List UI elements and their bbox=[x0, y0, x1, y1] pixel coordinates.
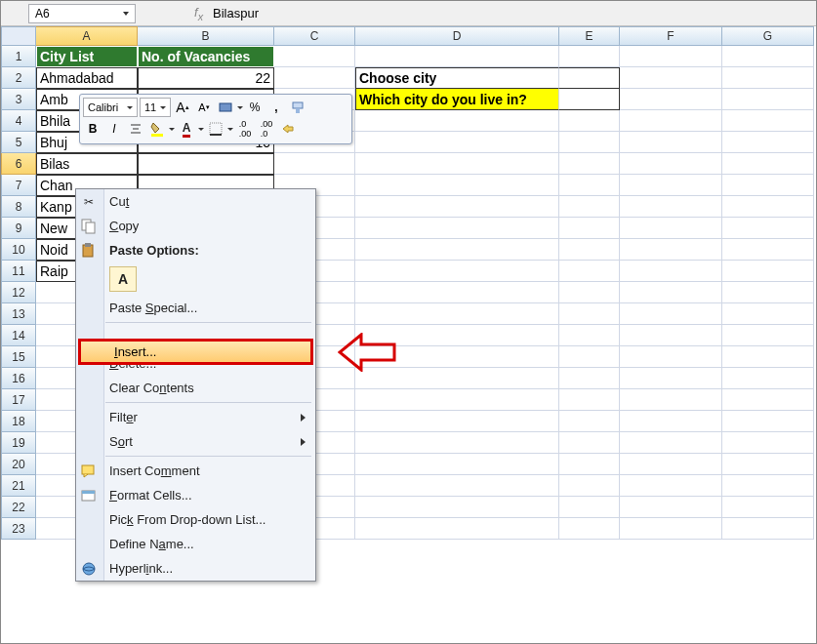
cell-F15[interactable] bbox=[620, 346, 722, 368]
menu-insert-highlighted[interactable]: Insert... bbox=[78, 339, 313, 365]
cell-E9[interactable] bbox=[559, 218, 620, 239]
menu-clear-contents[interactable]: Clear Contents bbox=[76, 376, 315, 400]
row-header-10[interactable]: 10 bbox=[1, 239, 36, 261]
cell-F13[interactable] bbox=[620, 303, 722, 325]
row-header-12[interactable]: 12 bbox=[1, 282, 36, 303]
cell-G17[interactable] bbox=[722, 389, 814, 411]
row-header-6[interactable]: 6 bbox=[1, 153, 36, 175]
chevron-down-icon[interactable] bbox=[169, 128, 175, 131]
row-header-4[interactable]: 4 bbox=[1, 110, 36, 132]
cell-F14[interactable] bbox=[620, 325, 722, 346]
cell-G22[interactable] bbox=[722, 497, 814, 518]
chevron-down-icon[interactable] bbox=[227, 128, 233, 131]
fx-icon[interactable]: fx bbox=[194, 5, 203, 22]
row-header-20[interactable]: 20 bbox=[1, 454, 36, 475]
cell-D23[interactable] bbox=[355, 518, 559, 540]
cell-E12[interactable] bbox=[559, 282, 620, 303]
cell-F23[interactable] bbox=[620, 518, 722, 540]
cell-F4[interactable] bbox=[620, 110, 722, 132]
menu-paste-special[interactable]: Paste Special... bbox=[76, 296, 315, 320]
cell-E7[interactable] bbox=[559, 175, 620, 196]
chevron-down-icon[interactable] bbox=[237, 106, 243, 109]
cell-D21[interactable] bbox=[355, 475, 559, 497]
cell-E17[interactable] bbox=[559, 389, 620, 411]
row-header-9[interactable]: 9 bbox=[1, 218, 36, 239]
cell-F5[interactable] bbox=[620, 132, 722, 153]
row-header-11[interactable]: 11 bbox=[1, 261, 36, 282]
cell-G5[interactable] bbox=[722, 132, 814, 153]
cell-E19[interactable] bbox=[559, 432, 620, 454]
cell-G6[interactable] bbox=[722, 153, 814, 175]
cell-E16[interactable] bbox=[559, 368, 620, 389]
cell-C6[interactable] bbox=[274, 153, 355, 175]
increase-decimal-icon[interactable]: .0.00 bbox=[235, 119, 255, 139]
cell-F3[interactable] bbox=[620, 89, 722, 110]
cell-E14[interactable] bbox=[559, 325, 620, 346]
cell-G12[interactable] bbox=[722, 282, 814, 303]
mini-font-name[interactable]: Calibri bbox=[83, 98, 138, 117]
percent-icon[interactable]: % bbox=[245, 98, 265, 117]
cell-F22[interactable] bbox=[620, 497, 722, 518]
chevron-down-icon[interactable] bbox=[198, 128, 204, 131]
cell-F19[interactable] bbox=[620, 432, 722, 454]
cell-C1[interactable] bbox=[274, 46, 355, 67]
cell-E20[interactable] bbox=[559, 454, 620, 475]
cell-E4[interactable] bbox=[559, 110, 620, 132]
cell-G3[interactable] bbox=[722, 89, 814, 110]
cell-D11[interactable] bbox=[355, 261, 559, 282]
borders-icon[interactable] bbox=[206, 119, 225, 139]
cell-A6[interactable]: Bilas bbox=[36, 153, 138, 175]
cell-F12[interactable] bbox=[620, 282, 722, 303]
cell-B1[interactable]: No. of Vacancies bbox=[138, 46, 274, 67]
col-header-G[interactable]: G bbox=[722, 26, 814, 46]
cell-G11[interactable] bbox=[722, 261, 814, 282]
cell-E21[interactable] bbox=[559, 475, 620, 497]
cell-G4[interactable] bbox=[722, 110, 814, 132]
cell-G8[interactable] bbox=[722, 196, 814, 218]
row-header-17[interactable]: 17 bbox=[1, 389, 36, 411]
cell-G10[interactable] bbox=[722, 239, 814, 261]
row-header-2[interactable]: 2 bbox=[1, 67, 36, 89]
fill-color-icon[interactable] bbox=[147, 119, 167, 139]
cell-F21[interactable] bbox=[620, 475, 722, 497]
col-header-A[interactable]: A bbox=[36, 26, 138, 46]
cell-C2[interactable] bbox=[274, 67, 355, 89]
cell-E2[interactable] bbox=[559, 67, 620, 89]
cell-D4[interactable] bbox=[355, 110, 559, 132]
currency-icon[interactable] bbox=[216, 98, 235, 117]
cell-F17[interactable] bbox=[620, 389, 722, 411]
cell-G1[interactable] bbox=[722, 46, 814, 67]
cell-F6[interactable] bbox=[620, 153, 722, 175]
cell-E18[interactable] bbox=[559, 411, 620, 432]
cell-F11[interactable] bbox=[620, 261, 722, 282]
formula-input[interactable]: Bilaspur bbox=[213, 6, 259, 20]
row-header-23[interactable]: 23 bbox=[1, 518, 36, 540]
row-header-22[interactable]: 22 bbox=[1, 497, 36, 518]
cell-F20[interactable] bbox=[620, 454, 722, 475]
row-header-14[interactable]: 14 bbox=[1, 325, 36, 346]
cell-E1[interactable] bbox=[559, 46, 620, 67]
format-painter-icon[interactable] bbox=[288, 98, 307, 117]
cell-E8[interactable] bbox=[559, 196, 620, 218]
cell-E11[interactable] bbox=[559, 261, 620, 282]
cell-D12[interactable] bbox=[355, 282, 559, 303]
cell-D3[interactable]: Which city do you live in? bbox=[355, 89, 559, 110]
row-header-18[interactable]: 18 bbox=[1, 411, 36, 432]
cell-G15[interactable] bbox=[722, 346, 814, 368]
cell-F10[interactable] bbox=[620, 239, 722, 261]
comma-icon[interactable]: , bbox=[266, 98, 286, 117]
name-box[interactable]: A6 bbox=[28, 4, 136, 23]
cell-D22[interactable] bbox=[355, 497, 559, 518]
cell-G18[interactable] bbox=[722, 411, 814, 432]
cell-E22[interactable] bbox=[559, 497, 620, 518]
row-header-5[interactable]: 5 bbox=[1, 132, 36, 153]
cell-D20[interactable] bbox=[355, 454, 559, 475]
cell-G2[interactable] bbox=[722, 67, 814, 89]
menu-cut[interactable]: ✂ Cut bbox=[76, 189, 315, 214]
cell-E15[interactable] bbox=[559, 346, 620, 368]
row-header-16[interactable]: 16 bbox=[1, 368, 36, 389]
cell-D8[interactable] bbox=[355, 196, 559, 218]
cell-D5[interactable] bbox=[355, 132, 559, 153]
cell-G19[interactable] bbox=[722, 432, 814, 454]
cell-B2[interactable]: 22 bbox=[138, 67, 274, 89]
